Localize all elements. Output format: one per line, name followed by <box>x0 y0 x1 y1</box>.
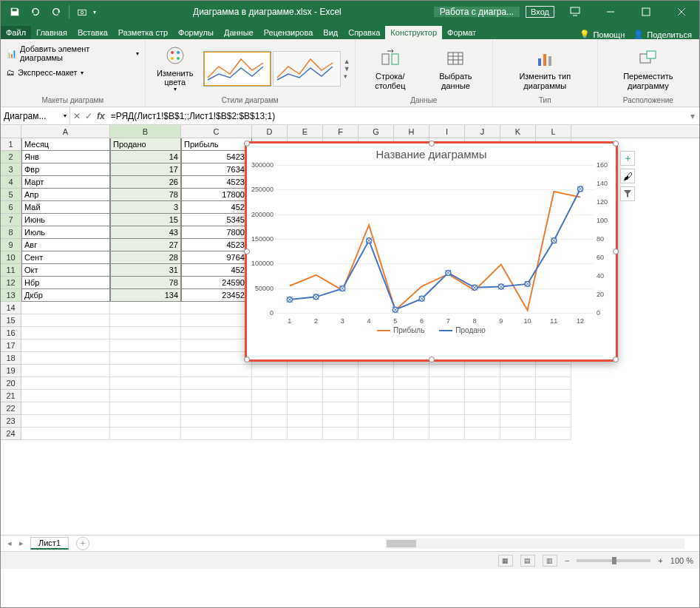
cell[interactable]: Май <box>21 201 110 214</box>
switch-row-column-button[interactable]: Строка/столбец <box>360 45 421 91</box>
cell[interactable] <box>21 352 110 365</box>
zoom-slider[interactable] <box>577 559 650 562</box>
cell[interactable] <box>252 377 288 390</box>
row-header-20[interactable]: 20 <box>1 377 21 390</box>
row-header-17[interactable]: 17 <box>1 340 21 352</box>
cell[interactable]: 15 <box>110 214 181 226</box>
cell[interactable] <box>465 377 500 390</box>
tell-me-button[interactable]: Помощн <box>593 30 625 39</box>
cell[interactable] <box>110 428 181 440</box>
chart-styles-button[interactable]: 🖌 <box>620 169 635 183</box>
cell[interactable] <box>536 428 571 440</box>
cell[interactable] <box>323 402 359 415</box>
cell[interactable]: Фвр <box>21 163 110 176</box>
column-header-H[interactable]: H <box>394 125 429 138</box>
tab-разметка стр[interactable]: Разметка стр <box>113 26 173 39</box>
cell[interactable] <box>288 377 323 390</box>
cell[interactable]: 54234 <box>181 151 252 163</box>
cell[interactable] <box>429 377 465 390</box>
cell[interactable] <box>536 415 571 428</box>
tab-рецензирова[interactable]: Рецензирова <box>259 26 319 39</box>
zoom-in-button[interactable]: + <box>658 556 662 565</box>
change-chart-type-button[interactable]: Изменить тип диаграммы <box>497 45 593 91</box>
chart-filters-button[interactable] <box>620 186 635 201</box>
row-header-10[interactable]: 10 <box>1 251 21 264</box>
cell[interactable] <box>394 428 429 440</box>
cell[interactable] <box>21 302 110 314</box>
cell[interactable]: 53452 <box>181 214 252 226</box>
cell[interactable]: Янв <box>21 151 110 163</box>
cell[interactable] <box>21 340 110 352</box>
column-header-K[interactable]: K <box>500 125 536 138</box>
row-header-4[interactable]: 4 <box>1 176 21 189</box>
cell[interactable] <box>288 390 323 402</box>
cell[interactable] <box>500 402 536 415</box>
chart-plot-area[interactable]: 050000100000150000200000250000300000 020… <box>276 165 594 313</box>
cell[interactable]: Месяц <box>21 138 110 151</box>
cell[interactable]: Апр <box>21 189 110 201</box>
quick-layout-button[interactable]: 🗂Экспресс-макет▾ <box>5 67 85 78</box>
cell[interactable] <box>323 377 359 390</box>
chart-style-2[interactable] <box>273 51 341 87</box>
cell[interactable] <box>500 428 536 440</box>
cell[interactable]: 17 <box>110 163 181 176</box>
cell[interactable] <box>323 365 359 377</box>
cell[interactable] <box>429 415 465 428</box>
cell[interactable] <box>500 377 536 390</box>
row-header-12[interactable]: 12 <box>1 277 21 289</box>
cell[interactable]: 4523 <box>181 201 252 214</box>
row-header-6[interactable]: 6 <box>1 201 21 214</box>
column-header-E[interactable]: E <box>288 125 323 138</box>
cell[interactable]: 178000 <box>181 189 252 201</box>
column-header-A[interactable]: A <box>21 125 110 138</box>
cell[interactable]: 76345 <box>181 163 252 176</box>
cell[interactable] <box>394 390 429 402</box>
row-header-23[interactable]: 23 <box>1 415 21 428</box>
cell[interactable] <box>181 390 252 402</box>
cell[interactable] <box>181 352 252 365</box>
cell[interactable] <box>359 402 394 415</box>
row-header-7[interactable]: 7 <box>1 214 21 226</box>
cell[interactable]: 4524 <box>181 264 252 277</box>
cell[interactable] <box>536 377 571 390</box>
cell[interactable] <box>288 365 323 377</box>
tab-конструктор[interactable]: Конструктор <box>385 26 442 39</box>
signin-button[interactable]: Вход <box>526 6 554 18</box>
cell[interactable] <box>536 365 571 377</box>
cell[interactable] <box>110 327 181 340</box>
cell[interactable] <box>500 390 536 402</box>
cell[interactable]: 78 <box>110 189 181 201</box>
undo-button[interactable] <box>26 3 45 21</box>
close-button[interactable] <box>667 1 696 23</box>
row-header-3[interactable]: 3 <box>1 163 21 176</box>
tab-вставка[interactable]: Вставка <box>72 26 113 39</box>
tab-справка[interactable]: Справка <box>343 26 385 39</box>
cell[interactable] <box>500 365 536 377</box>
cell[interactable] <box>429 402 465 415</box>
normal-view-button[interactable]: ▦ <box>498 555 513 567</box>
cell[interactable] <box>252 402 288 415</box>
sheet-nav-prev[interactable]: ◂ <box>4 538 16 548</box>
row-header-11[interactable]: 11 <box>1 264 21 277</box>
row-header-18[interactable]: 18 <box>1 352 21 365</box>
cell[interactable] <box>110 352 181 365</box>
cell[interactable]: 45234 <box>181 239 252 251</box>
cell[interactable] <box>181 314 252 327</box>
row-header-21[interactable]: 21 <box>1 390 21 402</box>
cell[interactable] <box>21 428 110 440</box>
horizontal-scrollbar[interactable] <box>385 538 684 549</box>
cell[interactable]: 14 <box>110 151 181 163</box>
move-chart-button[interactable]: Переместить диаграмму <box>602 45 694 91</box>
cell[interactable] <box>359 428 394 440</box>
tab-формат[interactable]: Формат <box>442 26 481 39</box>
cell[interactable] <box>536 390 571 402</box>
cell[interactable]: 28 <box>110 251 181 264</box>
cell[interactable]: Прибыль <box>181 138 252 151</box>
cancel-icon[interactable]: ✕ <box>73 111 81 121</box>
row-header-19[interactable]: 19 <box>1 365 21 377</box>
cell[interactable] <box>21 327 110 340</box>
tab-данные[interactable]: Данные <box>219 26 259 39</box>
row-header-22[interactable]: 22 <box>1 402 21 415</box>
cell[interactable] <box>21 402 110 415</box>
enter-icon[interactable]: ✓ <box>85 111 92 121</box>
